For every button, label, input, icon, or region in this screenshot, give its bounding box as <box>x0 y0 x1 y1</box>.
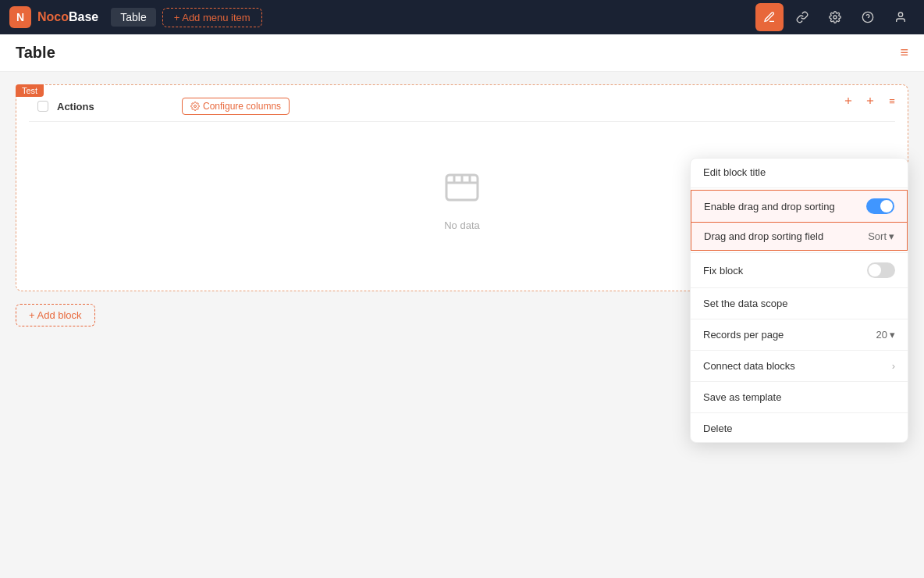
main-content: Test ≡ Actions Configure columns <box>0 72 924 578</box>
logo-area: N NocoBase <box>9 6 98 28</box>
hamburger-icon[interactable]: ≡ <box>900 45 908 61</box>
menu-item-save-as-template[interactable]: Save as template <box>691 384 908 411</box>
chevron-down-icon: ▾ <box>889 230 894 242</box>
logo-icon: N <box>9 6 31 28</box>
menu-item-delete[interactable]: Delete <box>691 415 908 442</box>
chevron-right-icon: › <box>892 360 895 372</box>
add-menu-button[interactable]: + Add menu item <box>162 8 262 27</box>
fix-block-label: Fix block <box>703 265 743 277</box>
menu-item-edit-block-title[interactable]: Edit block title <box>691 159 908 186</box>
menu-divider-7 <box>691 412 908 413</box>
configure-columns-label: Configure columns <box>203 101 281 112</box>
svg-point-3 <box>898 12 902 16</box>
menu-divider-4 <box>691 319 908 319</box>
menu-item-drag-drop-field[interactable]: Drag and drop sorting field Sort ▾ <box>691 223 908 251</box>
block-menu-btn[interactable]: ≡ <box>883 91 901 110</box>
svg-point-8 <box>194 105 197 108</box>
help-icon[interactable] <box>854 3 882 31</box>
no-data-icon <box>443 169 481 213</box>
logo-text: NocoBase <box>37 10 98 24</box>
connect-data-blocks-label: Connect data blocks <box>703 360 795 372</box>
enable-drag-drop-toggle[interactable] <box>866 198 894 214</box>
enable-drag-drop-label: Enable drag and drop sorting <box>704 201 835 212</box>
configure-columns-button[interactable]: Configure columns <box>182 98 290 115</box>
add-block-button[interactable]: + Add block <box>16 304 95 326</box>
block-label: Test <box>16 84 44 97</box>
menu-divider-5 <box>691 350 908 351</box>
fix-block-toggle[interactable] <box>867 262 895 278</box>
menu-divider-3 <box>691 287 908 288</box>
menu-item-enable-drag-drop[interactable]: Enable drag and drop sorting <box>691 190 908 223</box>
menu-divider-2 <box>691 252 908 253</box>
block-toolbar: ≡ <box>839 91 901 110</box>
block-add-btn[interactable] <box>861 91 880 110</box>
records-per-page-value[interactable]: 20 ▾ <box>876 329 895 341</box>
delete-label: Delete <box>703 423 733 434</box>
table-header-row: Actions Configure columns <box>29 98 895 122</box>
page-header: Table ≡ <box>0 34 924 72</box>
nav-right <box>755 3 915 31</box>
top-nav: N NocoBase Table + Add menu item <box>0 0 924 34</box>
context-menu: Edit block title Enable drag and drop so… <box>690 158 908 443</box>
menu-divider-1 <box>691 187 908 188</box>
records-per-page-label: Records per page <box>703 329 784 341</box>
actions-column-header: Actions <box>57 101 182 112</box>
menu-item-fix-block[interactable]: Fix block <box>691 255 908 286</box>
menu-divider-6 <box>691 381 908 382</box>
save-as-template-label: Save as template <box>703 391 781 403</box>
paint-icon[interactable] <box>755 3 784 31</box>
checkbox-box[interactable] <box>37 101 48 112</box>
menu-item-connect-data-blocks[interactable]: Connect data blocks › <box>691 352 908 380</box>
svg-point-0 <box>833 16 837 19</box>
set-data-scope-label: Set the data scope <box>703 298 787 309</box>
chevron-down-icon: ▾ <box>890 329 895 341</box>
drag-drop-field-label: Drag and drop sorting field <box>704 230 823 242</box>
drag-drop-field-value[interactable]: Sort ▾ <box>868 230 894 242</box>
settings-icon[interactable] <box>821 3 849 31</box>
no-data-text: No data <box>444 219 480 231</box>
page-title: Table <box>16 44 55 62</box>
nav-tab-table[interactable]: Table <box>111 8 155 27</box>
edit-block-title-label: Edit block title <box>703 166 766 178</box>
menu-item-records-per-page[interactable]: Records per page 20 ▾ <box>691 321 908 348</box>
block-add-col-btn[interactable] <box>839 91 858 110</box>
table-select-all-checkbox[interactable] <box>29 101 57 112</box>
menu-item-set-data-scope[interactable]: Set the data scope <box>691 290 908 317</box>
link-icon[interactable] <box>788 3 816 31</box>
user-icon[interactable] <box>887 3 915 31</box>
